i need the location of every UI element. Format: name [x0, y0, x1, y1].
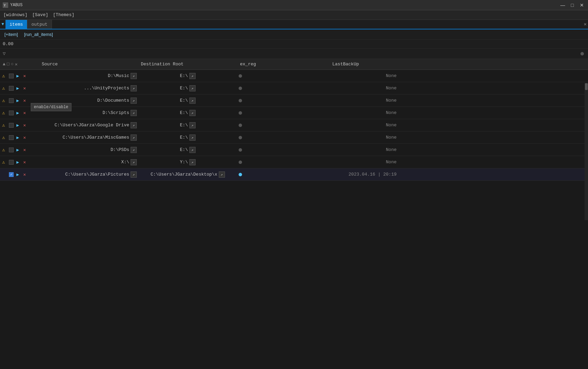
- col-close-icon[interactable]: ✕: [15, 62, 17, 67]
- row-enable-checkbox[interactable]: [9, 98, 14, 103]
- row-run-button[interactable]: ▶: [15, 135, 21, 140]
- row-enable-checkbox[interactable]: [9, 123, 14, 128]
- dest-browse-button[interactable]: ↗: [189, 159, 196, 165]
- col-settings-icon[interactable]: ○: [11, 62, 14, 67]
- dest-browse-button[interactable]: ↗: [189, 135, 196, 141]
- row-delete-button[interactable]: ✕: [22, 73, 27, 79]
- row-run-button[interactable]: ▶: [15, 147, 21, 153]
- row-delete-button[interactable]: ✕: [22, 86, 27, 91]
- cell-source: D:\Scripts↗: [39, 110, 138, 116]
- filter-icon[interactable]: ▽: [3, 51, 5, 56]
- source-browse-button[interactable]: ↗: [131, 98, 137, 104]
- titlebar: Y YABUS — □ ✕: [0, 0, 588, 10]
- source-browse-button[interactable]: ↗: [131, 73, 137, 79]
- menu-windows[interactable]: [widnows]: [1, 11, 29, 18]
- row-run-button[interactable]: ▶: [15, 172, 21, 177]
- run-all-button[interactable]: [run_all_items]: [22, 31, 55, 38]
- row-delete-button[interactable]: ✕: [22, 147, 27, 153]
- row-enable-checkbox[interactable]: [9, 86, 14, 91]
- col-header-exreg: ex_reg: [237, 62, 330, 67]
- ex-reg-dot: [239, 74, 242, 78]
- row-enable-checkbox[interactable]: [9, 160, 14, 165]
- tab-items[interactable]: items: [5, 20, 27, 29]
- warning-icon: ⚠: [2, 159, 8, 165]
- row-delete-button[interactable]: ✕: [22, 123, 27, 128]
- warning-icon: ⚠: [2, 110, 8, 116]
- dest-browse-button[interactable]: ↗: [189, 73, 196, 79]
- cell-source: ...\UnityProjects↗: [39, 85, 138, 91]
- window-controls: — □ ✕: [559, 2, 585, 9]
- ex-reg-dot: [239, 161, 242, 164]
- table-row: ⚠▶✕C:\Users\JGarza\MiscGames↗E:\↗None: [0, 131, 588, 144]
- menu-save[interactable]: [Save]: [30, 11, 50, 18]
- dest-browse-button[interactable]: ↗: [189, 122, 196, 128]
- source-browse-button[interactable]: ↗: [131, 110, 137, 116]
- menu-themes[interactable]: [Themes]: [51, 11, 76, 18]
- row-delete-button[interactable]: ✕: [22, 98, 27, 103]
- warning-icon: ⚠: [2, 73, 8, 79]
- filter-dot: [580, 52, 584, 55]
- cell-source: C:\Users\JGarza\Pictures↗: [39, 171, 138, 178]
- tab-close-button[interactable]: ✕: [584, 21, 587, 27]
- tab-output[interactable]: output: [27, 20, 52, 29]
- row-delete-button[interactable]: ✕: [22, 160, 27, 165]
- scrollbar-right[interactable]: [585, 83, 588, 220]
- row-delete-button[interactable]: ✕: [22, 110, 27, 116]
- cell-ex-reg: [237, 99, 330, 102]
- source-browse-button[interactable]: ↗: [131, 135, 137, 141]
- cell-source: C:\Users\JGarza\Google Drive↗: [39, 122, 138, 128]
- dest-browse-button[interactable]: ↗: [189, 85, 196, 91]
- row-delete-button[interactable]: ✕: [22, 172, 27, 177]
- source-browse-button[interactable]: ↗: [131, 159, 137, 165]
- ex-reg-dot: [239, 87, 242, 90]
- row-enable-checkbox[interactable]: [9, 172, 14, 177]
- cell-destination: E:\↗: [138, 147, 237, 153]
- ex-reg-dot: [239, 111, 242, 115]
- close-window-button[interactable]: ✕: [578, 2, 585, 9]
- row-run-button[interactable]: ▶: [15, 110, 21, 116]
- add-item-button[interactable]: [+item]: [2, 31, 20, 38]
- cell-last-backup: None: [330, 110, 398, 115]
- svg-text:Y: Y: [4, 4, 6, 7]
- source-browse-button[interactable]: ↗: [131, 171, 137, 178]
- col-checkbox-icon[interactable]: □: [7, 62, 10, 67]
- row-run-button[interactable]: ▶: [15, 73, 21, 79]
- cell-destination: Y:\↗: [138, 159, 237, 165]
- menubar: [widnows] [Save] [Themes]: [0, 10, 588, 20]
- tab-indicator: ▼: [0, 20, 5, 29]
- toolbar: [+item] [run_all_items]: [0, 29, 588, 40]
- minimize-button[interactable]: —: [559, 2, 566, 9]
- progress-value: 0.00: [3, 41, 13, 47]
- cell-destination: E:\↗: [138, 122, 237, 128]
- row-run-button[interactable]: ▶: [15, 86, 21, 91]
- source-browse-button[interactable]: ↗: [131, 147, 137, 153]
- cell-last-backup: None: [330, 73, 398, 78]
- row-enable-checkbox[interactable]: [9, 148, 14, 152]
- warning-icon: ⚠: [2, 135, 8, 140]
- row-enable-checkbox[interactable]: [9, 111, 14, 115]
- source-browse-button[interactable]: ↗: [131, 122, 137, 128]
- col-header-source: Source: [39, 62, 138, 67]
- source-browse-button[interactable]: ↗: [131, 85, 137, 91]
- dest-browse-button[interactable]: ↗: [189, 98, 196, 104]
- row-delete-button[interactable]: ✕: [22, 135, 27, 140]
- cell-last-backup: None: [330, 147, 398, 152]
- row-controls: ⚠▶✕: [1, 159, 39, 165]
- table-row: ⚠▶✕C:\Users\JGarza\Google Drive↗E:\↗None: [0, 119, 588, 131]
- row-enable-checkbox[interactable]: [9, 74, 14, 78]
- cell-destination: E:\↗: [138, 110, 237, 116]
- row-enable-checkbox[interactable]: [9, 135, 14, 140]
- row-run-button[interactable]: ▶: [15, 98, 21, 103]
- dest-browse-button[interactable]: ↗: [189, 147, 196, 153]
- table-row: ⚠▶✕D:\Music↗E:\↗None: [0, 70, 588, 82]
- row-run-button[interactable]: ▶: [15, 123, 21, 128]
- cell-last-backup: None: [330, 86, 398, 91]
- dest-browse-button[interactable]: ↗: [189, 110, 196, 116]
- app-title: YABUS: [10, 3, 559, 8]
- maximize-button[interactable]: □: [569, 2, 576, 9]
- sort-asc-icon[interactable]: ▲: [3, 62, 5, 67]
- row-run-button[interactable]: ▶: [15, 160, 21, 165]
- dest-browse-button[interactable]: ↗: [219, 171, 225, 178]
- row-controls: ⚠▶✕: [1, 147, 39, 153]
- scrollbar-thumb[interactable]: [585, 83, 588, 90]
